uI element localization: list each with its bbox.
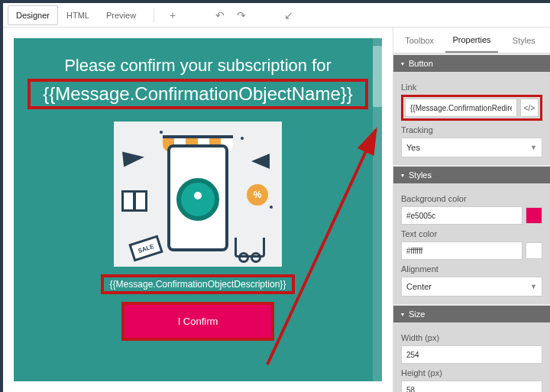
height-label: Height (px) <box>401 368 542 377</box>
canvas-scrollbar-thumb[interactable] <box>373 46 382 107</box>
email-canvas[interactable]: Please confirm your subscription for {{M… <box>14 38 382 381</box>
side-panel: Toolbox Properties Styles ▾ Button Link … <box>393 28 550 392</box>
add-icon[interactable]: + <box>163 6 182 24</box>
tab-toolbox[interactable]: Toolbox <box>393 28 445 53</box>
align-label: Alignment <box>401 264 542 274</box>
link-row-highlight: </> <box>401 95 542 121</box>
text-color-input[interactable] <box>401 241 522 260</box>
chevron-down-icon: ▾ <box>401 311 404 318</box>
paper-plane-icon <box>122 149 145 167</box>
section-size[interactable]: ▾ Size <box>393 306 550 322</box>
bg-color-swatch[interactable] <box>526 207 542 224</box>
link-input[interactable] <box>405 99 517 117</box>
side-tabs: Toolbox Properties Styles <box>393 28 550 53</box>
group-button: Link </> Tracking Yes ▼ <box>393 72 550 165</box>
chevron-down-icon: ▾ <box>401 172 404 179</box>
separator <box>154 8 154 22</box>
chevron-down-icon: ▼ <box>530 144 537 151</box>
undo-icon[interactable]: ↶ <box>211 6 229 24</box>
dot-icon <box>241 137 244 140</box>
width-label: Width (px) <box>401 333 542 342</box>
bg-color-label: Background color <box>401 194 542 203</box>
align-value: Center <box>406 282 432 291</box>
tracking-label: Tracking <box>401 125 542 134</box>
align-select[interactable]: Center ▼ <box>401 277 542 296</box>
side-body: ▾ Button Link </> Tracking Yes ▼ ▾ <box>393 53 550 392</box>
sale-tag-icon: SALE <box>128 235 163 261</box>
bg-color-input[interactable] <box>401 206 522 225</box>
link-label: Link <box>401 83 542 92</box>
tab-styles[interactable]: Styles <box>498 28 550 53</box>
tracking-value: Yes <box>406 143 420 152</box>
dot-icon <box>160 131 163 134</box>
confirm-button[interactable]: I Confirm <box>121 302 274 341</box>
canvas-wrap: Please confirm your subscription for {{M… <box>3 28 393 392</box>
collapse-icon[interactable]: ↙ <box>280 6 298 24</box>
canvas-scrollbar[interactable] <box>373 38 382 381</box>
megaphone-icon <box>251 154 270 169</box>
redo-icon[interactable]: ↷ <box>232 6 251 24</box>
tab-html[interactable]: HTML <box>58 5 98 25</box>
main: Please confirm your subscription for {{M… <box>3 28 550 392</box>
chevron-down-icon: ▼ <box>530 283 537 290</box>
heading-text[interactable]: Please confirm your subscription for <box>28 55 368 77</box>
section-button-label: Button <box>409 59 433 68</box>
section-button[interactable]: ▾ Button <box>393 55 550 72</box>
cart-icon <box>235 238 265 258</box>
percent-badge-icon: % <box>247 184 268 206</box>
height-input[interactable] <box>401 381 542 392</box>
tracking-select[interactable]: Yes ▼ <box>401 138 542 157</box>
view-tabs: Designer HTML Preview <box>8 5 144 25</box>
text-color-swatch[interactable] <box>526 242 542 259</box>
width-input[interactable] <box>401 345 542 364</box>
dot-icon <box>270 206 273 209</box>
group-styles: Background color Text color Alignment Ce… <box>393 183 550 304</box>
macro-object-description[interactable]: {{Message.ConfirmationObjectDescription}… <box>101 274 296 294</box>
topbar: Designer HTML Preview + ↶ ↷ ↙ <box>3 3 550 28</box>
gift-icon <box>121 190 147 212</box>
macro-picker-button[interactable]: </> <box>520 99 539 117</box>
tab-preview[interactable]: Preview <box>98 5 144 25</box>
tab-properties[interactable]: Properties <box>445 28 497 53</box>
chevron-down-icon: ▾ <box>401 60 404 67</box>
macro-object-name[interactable]: {{Message.ConfirmationObjectName}} <box>28 79 368 109</box>
text-color-label: Text color <box>401 229 542 238</box>
tab-designer[interactable]: Designer <box>8 5 58 25</box>
section-styles-label: Styles <box>409 170 432 180</box>
phone-illustration <box>167 144 228 251</box>
hero-image[interactable]: SALE % <box>114 121 282 267</box>
group-size: Width (px) Height (px) <box>393 322 550 392</box>
section-styles[interactable]: ▾ Styles <box>393 167 550 183</box>
section-size-label: Size <box>409 309 425 319</box>
